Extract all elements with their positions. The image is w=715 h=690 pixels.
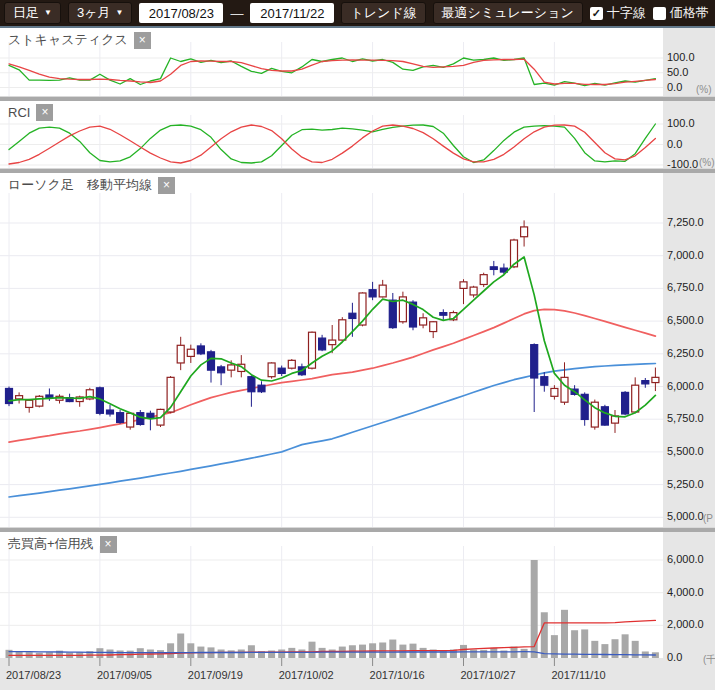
volume-bar [490, 648, 497, 658]
volume-bar [107, 650, 114, 658]
crosshair-checkbox[interactable]: ✓十字線 [590, 4, 646, 22]
candle-down [389, 300, 396, 327]
y-axis-label: 100.0 [667, 51, 695, 63]
y-axis-label: 6,250.0 [667, 347, 704, 359]
rci-title: RCI [8, 105, 30, 120]
stochastics-y-axis: 100.050.00.0(%) [663, 28, 715, 96]
candle-down [147, 413, 154, 418]
volume-y-axis: 6,000.04,000.02,000.00.0(千 [663, 532, 715, 690]
candle-down [208, 352, 215, 370]
candle-up [379, 285, 386, 297]
volume-panel: 2017/08/232017/09/052017/09/192017/10/02… [0, 532, 715, 690]
candle-down [601, 407, 608, 425]
stochastics-panel: ストキャスティクス× [0, 28, 715, 96]
y-axis-label: 2,000.0 [667, 618, 704, 630]
stochastics-line-slow [9, 59, 655, 84]
volume-bar [319, 648, 326, 658]
candlestick-chart[interactable] [0, 173, 663, 527]
candle-up [339, 320, 346, 340]
date-range-separator: — [230, 6, 243, 21]
axis-unit-label: (P [703, 513, 713, 524]
candle-up [521, 227, 528, 237]
axis-unit-label: (%) [696, 84, 712, 95]
volume-chart[interactable]: 2017/08/232017/09/052017/09/192017/10/02… [0, 532, 663, 690]
candle-up [470, 287, 477, 295]
candle-up [187, 349, 194, 356]
y-axis-label: 100.0 [667, 117, 695, 129]
y-axis-label: 7,250.0 [667, 216, 704, 228]
volume-bar [470, 650, 477, 658]
simulation-button[interactable]: 最適シミュレーション [433, 2, 583, 24]
x-axis-label: 2017/10/16 [370, 669, 425, 681]
date-from-input[interactable] [139, 3, 223, 23]
y-axis-label: 0.0 [667, 651, 682, 663]
candle-down [258, 385, 265, 392]
candle-up [420, 318, 427, 325]
candle-up [460, 282, 467, 289]
period-dropdown[interactable]: 3ヶ月▼ [68, 2, 132, 24]
y-axis-label: 5,750.0 [667, 412, 704, 424]
price-y-axis: 7,250.07,000.06,750.06,500.06,250.06,000… [663, 173, 715, 527]
rci-y-axis: 100.00.0-100.0(%) [663, 101, 715, 168]
checkbox-icon[interactable] [653, 7, 666, 20]
timeframe-label: 日足 [13, 3, 39, 23]
volume-bar [187, 643, 194, 658]
axis-unit-label: (千 [703, 653, 715, 667]
candle-up [480, 275, 487, 285]
candle-up [632, 385, 639, 412]
candlestick-title: ローソク足 移動平均線 [8, 176, 152, 194]
candle-down [218, 367, 225, 373]
checkbox-icon[interactable]: ✓ [590, 7, 603, 20]
stochastics-line-fast [9, 58, 655, 86]
volume-bar [167, 643, 174, 658]
price-band-checkbox[interactable]: 価格帯 [653, 4, 709, 22]
candle-down [440, 313, 447, 316]
rci-line-short [9, 124, 655, 163]
stochastics-title: ストキャスティクス [8, 31, 128, 49]
volume-bar [521, 649, 528, 658]
close-icon[interactable]: × [158, 177, 175, 194]
volume-bar [218, 650, 225, 658]
volume-bar [601, 644, 608, 658]
axis-unit-label: (%) [699, 157, 715, 168]
candle-up [329, 340, 336, 345]
volume-bar [561, 610, 568, 658]
candle-up [430, 322, 437, 332]
candle-up [16, 396, 23, 399]
close-icon[interactable]: × [36, 104, 53, 121]
chevron-down-icon: ▼ [115, 3, 123, 23]
candle-down [622, 392, 629, 414]
y-axis-label: 7,000.0 [667, 249, 704, 261]
date-to-input[interactable] [250, 3, 334, 23]
close-icon[interactable]: × [100, 536, 117, 553]
y-axis-label: 0.0 [667, 81, 682, 93]
volume-bar [541, 612, 548, 658]
x-axis-label: 2017/11/10 [551, 669, 605, 681]
timeframe-dropdown[interactable]: 日足▼ [4, 2, 61, 24]
y-axis-label: 6,750.0 [667, 281, 704, 293]
rci-chart[interactable] [0, 101, 663, 168]
chart-application: 日足▼ 3ヶ月▼ — トレンド線 最適シミュレーション ✓十字線 価格帯 シミュ… [0, 0, 715, 690]
y-axis-label: 6,500.0 [667, 314, 704, 326]
volume-bar [177, 634, 184, 658]
volume-bar [309, 642, 316, 658]
candle-down [642, 381, 649, 384]
volume-bar [298, 650, 305, 658]
volume-bar [591, 641, 598, 658]
candle-down [46, 395, 53, 398]
x-axis-label: 2017/09/19 [188, 669, 243, 681]
volume-bar [531, 560, 538, 658]
candle-up [268, 363, 275, 377]
y-axis-label: 5,250.0 [667, 478, 704, 490]
volume-bar [389, 640, 396, 658]
close-icon[interactable]: × [134, 32, 151, 49]
candle-down [278, 368, 285, 373]
candle-down [349, 313, 356, 318]
candlestick-panel: ローソク足 移動平均線× [0, 173, 715, 527]
trendline-button[interactable]: トレンド線 [341, 2, 425, 24]
candle-down [490, 267, 497, 270]
volume-bar [480, 650, 487, 658]
candle-down [248, 377, 255, 392]
volume-title: 売買高+信用残 [8, 535, 94, 553]
volume-bar [238, 650, 245, 658]
